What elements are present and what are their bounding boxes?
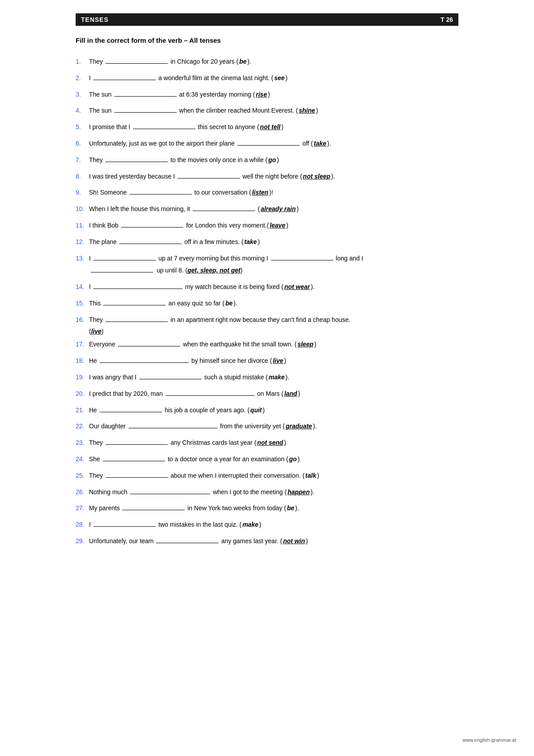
item-text: ).	[295, 503, 299, 514]
item-text: )	[240, 265, 243, 276]
verb-hint: be	[239, 57, 247, 67]
item-text: )	[284, 356, 287, 366]
answer-blank[interactable]	[105, 57, 168, 64]
answer-blank[interactable]	[103, 299, 166, 305]
list-item: 14. I my watch because it is being fixed…	[76, 282, 458, 293]
list-item: 18. He by himself since her divorce (liv…	[76, 356, 458, 366]
answer-blank[interactable]	[100, 357, 189, 363]
answer-blank[interactable]	[130, 488, 210, 494]
list-item: 19. I was angry that I such a stupid mis…	[76, 372, 458, 383]
item-text: up at 7 every morning but this morning I	[158, 253, 268, 264]
item-number: 26.	[76, 487, 89, 498]
list-item: 17. Everyone when the earthquake hit the…	[76, 339, 458, 350]
item-content: Everyone when the earthquake hit the sma…	[89, 339, 458, 350]
header-page-num: T 26	[441, 16, 453, 23]
answer-blank-3[interactable]	[91, 266, 153, 272]
answer-blank[interactable]	[100, 406, 162, 412]
item-number: 16.	[76, 315, 89, 325]
answer-blank[interactable]	[105, 156, 168, 162]
answer-blank[interactable]	[105, 439, 168, 445]
header-title: TENSES	[81, 16, 109, 23]
answer-blank[interactable]	[93, 520, 156, 527]
item-text: )	[277, 155, 279, 166]
verb-hint: graduate	[286, 421, 312, 432]
verb-hint: happen	[287, 487, 310, 498]
item-text: I promise that I	[89, 122, 130, 133]
verb-hint: quit	[251, 405, 262, 416]
item-text: when the climber reached Mount Everest. …	[179, 106, 298, 116]
page: TENSES T 26 Fill in the correct form of …	[67, 0, 467, 579]
verb-hint: live	[273, 356, 283, 366]
item-number: 25.	[76, 471, 89, 481]
item-text: I think Bob	[89, 220, 118, 231]
item-text: The sun	[89, 106, 112, 116]
item-text: I	[89, 73, 91, 84]
item-text: to a doctor once a year for an examinati…	[168, 454, 288, 465]
item-text: any Christmas cards last year (	[170, 438, 256, 448]
item-text: such a stupid mistake (	[204, 372, 268, 383]
answer-blank[interactable]	[114, 90, 177, 97]
answer-blank[interactable]	[93, 254, 156, 260]
item-text: )	[314, 339, 316, 350]
item-text: in Chicago for 20 years (	[170, 57, 239, 67]
list-item: 20. I predict that by 2020, man on Mars …	[76, 389, 458, 399]
footer-url: www.english-grammar.at	[463, 737, 516, 743]
list-item: 25. They about me when I interrupted the…	[76, 471, 458, 481]
answer-blank[interactable]	[103, 455, 165, 461]
answer-blank[interactable]	[93, 283, 182, 289]
item-number: 7.	[76, 155, 89, 166]
list-item: 24. She to a doctor once a year for an e…	[76, 454, 458, 465]
item-content: This an easy quiz so far (be).	[89, 298, 458, 309]
answer-blank[interactable]	[129, 422, 218, 428]
answer-blank[interactable]	[156, 537, 218, 543]
item-text: to the movies only once in a while (	[170, 155, 267, 166]
sub-line: up until 8. (get, sleep, not get)	[89, 265, 458, 276]
item-text: when the earthquake hit the small town. …	[183, 339, 296, 350]
answer-blank-2[interactable]	[271, 254, 333, 260]
list-item: 10. When I left the house this morning, …	[76, 204, 458, 215]
item-text: )!	[269, 187, 273, 198]
answer-blank[interactable]	[114, 106, 177, 113]
item-number: 27.	[76, 503, 89, 514]
list-item: 29. Unfortunately, our team any games la…	[76, 536, 458, 547]
item-text: his job a couple of years ago. (	[165, 405, 250, 416]
list-item: 16. They in an apartment right now becau…	[76, 315, 458, 337]
list-item: 1. They in Chicago for 20 years (be).	[76, 57, 458, 67]
verb-hint: not win	[283, 536, 305, 547]
item-content: My parents in New York two weeks from to…	[89, 503, 458, 514]
item-content: When I left the house this morning, it (…	[89, 204, 458, 215]
answer-blank[interactable]	[105, 316, 168, 322]
answer-blank[interactable]	[93, 74, 156, 80]
item-text: a wonderful film at the cinema last nigh…	[158, 73, 273, 84]
item-text: The sun	[89, 89, 112, 100]
verb-hint: see	[274, 73, 284, 84]
answer-blank[interactable]	[129, 188, 192, 195]
item-text: They	[89, 57, 103, 67]
answer-blank[interactable]	[139, 373, 202, 379]
answer-blank[interactable]	[237, 139, 299, 146]
verb-hint: go	[289, 454, 297, 465]
item-number: 23.	[76, 438, 89, 448]
item-content: The plane off in a few minutes. (take)	[89, 237, 458, 248]
item-number: 5.	[76, 122, 89, 133]
answer-blank[interactable]	[133, 123, 195, 129]
answer-blank[interactable]	[119, 238, 182, 244]
item-text: (	[258, 204, 260, 215]
answer-blank[interactable]	[166, 390, 255, 396]
answer-blank[interactable]	[105, 471, 168, 478]
answer-blank[interactable]	[118, 340, 180, 346]
item-text: ).	[327, 138, 331, 149]
answer-blank[interactable]	[122, 504, 185, 510]
verb-hint: sleep	[297, 339, 313, 350]
worksheet-title: Fill in the correct form of the verb – A…	[76, 37, 458, 44]
item-text: )	[281, 122, 283, 133]
item-text: I was tired yesterday because I	[89, 171, 175, 182]
item-text: My parents	[89, 503, 120, 514]
item-text: She	[89, 454, 100, 465]
answer-blank[interactable]	[193, 205, 255, 211]
item-number: 17.	[76, 339, 89, 350]
answer-blank[interactable]	[178, 172, 240, 179]
item-text: I was angry that I	[89, 372, 137, 383]
answer-blank[interactable]	[121, 221, 183, 228]
item-text: I	[89, 253, 91, 264]
